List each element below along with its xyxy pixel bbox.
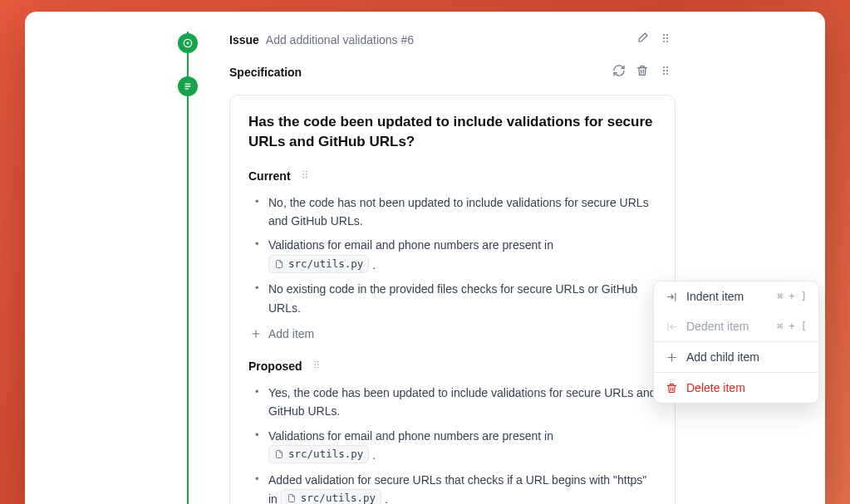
issue-label: Issue	[229, 33, 259, 46]
file-chip[interactable]: src/utils.py	[281, 489, 381, 504]
specification-question: Has the code been updated to include val…	[248, 112, 656, 152]
svg-point-25	[314, 361, 316, 363]
timeline-line	[187, 32, 189, 504]
svg-point-29	[314, 367, 316, 369]
edit-icon[interactable]	[636, 32, 649, 47]
specification-row: Specification Has the code been updated …	[206, 57, 676, 504]
svg-point-6	[666, 34, 668, 36]
svg-point-18	[305, 170, 307, 172]
current-label: Current	[248, 169, 291, 183]
dedent-item-menu: Dedent item ⌘ + [	[654, 311, 818, 341]
svg-point-20	[305, 174, 307, 175]
svg-point-10	[666, 41, 668, 42]
list-item[interactable]: Validations for email and phone numbers …	[250, 427, 656, 465]
svg-point-13	[663, 70, 665, 71]
refresh-icon[interactable]	[612, 64, 626, 80]
svg-point-7	[663, 37, 665, 39]
svg-point-9	[663, 41, 665, 42]
app-window: Issue Add additional validations #6 Spec…	[25, 12, 825, 504]
proposed-list: Yes, the code has been updated to includ…	[248, 384, 656, 504]
drag-handle-icon[interactable]	[299, 169, 311, 183]
specification-node-icon	[178, 76, 198, 96]
file-chip[interactable]: src/utils.py	[268, 445, 369, 463]
delete-item-menu[interactable]: Delete item	[654, 373, 818, 403]
drag-handle-icon[interactable]	[311, 359, 322, 374]
current-section-header: Current	[248, 169, 656, 183]
proposed-section-header: Proposed	[248, 359, 656, 374]
issue-row: Issue Add additional validations #6	[206, 32, 676, 57]
svg-point-8	[666, 37, 668, 39]
list-item[interactable]: Added validation for secure URLs that ch…	[250, 471, 656, 505]
svg-point-26	[317, 361, 319, 363]
svg-point-22	[305, 176, 307, 178]
svg-point-16	[666, 73, 668, 75]
current-list: No, the code has not been updated to inc…	[248, 193, 656, 317]
proposed-label: Proposed	[248, 360, 302, 373]
add-child-item-menu[interactable]: Add child item	[654, 342, 818, 372]
list-item[interactable]: Yes, the code has been updated to includ…	[250, 384, 656, 421]
context-menu: Indent item ⌘ + ] Dedent item ⌘ + [ Add …	[653, 281, 819, 404]
list-item[interactable]: No existing code in the provided files c…	[250, 280, 656, 317]
svg-point-14	[666, 70, 668, 71]
svg-point-28	[317, 364, 319, 365]
svg-point-5	[663, 34, 665, 36]
drag-handle-icon[interactable]	[659, 32, 672, 47]
svg-point-15	[663, 73, 665, 75]
specification-card: Has the code been updated to include val…	[229, 95, 676, 504]
issue-node-icon	[178, 33, 198, 53]
svg-point-1	[187, 42, 189, 45]
svg-point-11	[663, 66, 665, 68]
trash-icon[interactable]	[636, 64, 649, 80]
svg-point-30	[317, 367, 319, 369]
list-item[interactable]: Validations for email and phone numbers …	[250, 236, 656, 274]
drag-handle-icon[interactable]	[659, 64, 672, 80]
svg-point-19	[302, 174, 304, 175]
content-area: Issue Add additional validations #6 Spec…	[25, 32, 825, 504]
svg-point-17	[302, 170, 304, 172]
list-item[interactable]: No, the code has not been updated to inc…	[250, 193, 656, 231]
svg-point-12	[666, 66, 668, 68]
issue-title: Add additional validations #6	[266, 33, 414, 46]
file-chip[interactable]: src/utils.py	[268, 255, 369, 273]
add-item-button[interactable]: Add item	[248, 324, 656, 344]
svg-point-21	[302, 176, 304, 178]
specification-label: Specification	[229, 66, 302, 79]
indent-item-menu[interactable]: Indent item ⌘ + ]	[654, 281, 818, 311]
svg-point-27	[314, 364, 316, 365]
